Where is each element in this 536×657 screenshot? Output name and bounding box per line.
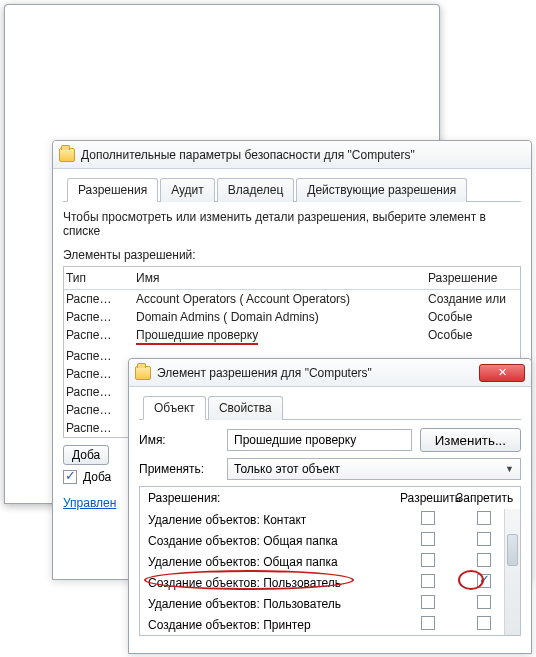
manage-link[interactable]: Управлен [63,496,116,510]
perm-name: Создание объектов: Пользователь [148,576,400,590]
perm-line: Удаление объектов: Общая папка [146,551,514,572]
deny-checkbox[interactable] [477,511,491,525]
apply-select[interactable]: Только этот объект ▼ [227,458,521,480]
perm-line: Создание объектов: Общая папка [146,530,514,551]
titlebar: Элемент разрешения для "Computers" ✕ [129,359,531,387]
inherit-checkbox[interactable] [63,470,77,484]
perm-name: Удаление объектов: Контакт [148,513,400,527]
allow-checkbox[interactable] [421,553,435,567]
perm-lines-container: Удаление объектов: КонтактСоздание объек… [146,509,514,635]
perm-line: Создание объектов: Пользователь [146,572,514,593]
perm-line: Удаление объектов: Пользователь [146,593,514,614]
deny-checkbox[interactable] [477,616,491,630]
inherit-label: Доба [83,470,111,484]
change-button[interactable]: Изменить... [420,428,521,452]
allow-checkbox[interactable] [421,616,435,630]
col-perm[interactable]: Разрешение [428,271,518,285]
apply-label: Применять: [139,462,219,476]
perm-header: Тип Имя Разрешение [64,267,520,290]
allow-checkbox[interactable] [421,574,435,588]
tab-effective[interactable]: Действующие разрешения [296,178,467,202]
allow-checkbox[interactable] [421,511,435,525]
window-title: Элемент разрешения для "Computers" [157,366,475,380]
folder-icon [135,366,151,380]
col-name[interactable]: Имя [136,271,428,285]
window-title: Дополнительные параметры безопасности дл… [81,148,525,162]
allow-col: Разрешить [400,491,456,505]
close-button[interactable]: ✕ [479,364,525,382]
tabstrip: Разрешения Аудит Владелец Действующие ра… [63,177,521,202]
name-label: Имя: [139,433,219,447]
tab-audit[interactable]: Аудит [160,178,215,202]
allow-checkbox[interactable] [421,595,435,609]
allow-checkbox[interactable] [421,532,435,546]
elements-label: Элементы разрешений: [63,248,521,262]
deny-checkbox[interactable] [477,574,491,588]
table-row[interactable]: Распе…Domain Admins ( Domain Admins)Особ… [64,308,520,326]
tab-properties[interactable]: Свойства [208,396,283,420]
col-type[interactable]: Тип [66,271,136,285]
deny-checkbox[interactable] [477,553,491,567]
perm-name: Удаление объектов: Общая папка [148,555,400,569]
tab-permissions[interactable]: Разрешения [67,178,158,202]
help-text: Чтобы просмотреть или изменить детали ра… [63,210,521,238]
name-field[interactable]: Прошедшие проверку [227,429,412,451]
perm-label: Разрешения: [148,491,400,505]
table-row[interactable]: Распе…Прошедшие проверкуОсобые [64,326,520,347]
perm-name: Создание объектов: Общая папка [148,534,400,548]
chevron-down-icon: ▼ [505,464,514,474]
tab-owner[interactable]: Владелец [217,178,295,202]
tabstrip: Объект Свойства [139,395,521,420]
add-button[interactable]: Доба [63,445,109,465]
deny-col: Запретить [456,491,512,505]
perm-line: Создание объектов: Принтер [146,614,514,635]
deny-checkbox[interactable] [477,595,491,609]
deny-checkbox[interactable] [477,532,491,546]
permission-entry-window: Элемент разрешения для "Computers" ✕ Объ… [128,358,532,654]
tab-object[interactable]: Объект [143,396,206,420]
perm-table-head: Разрешения: Разрешить Запретить [146,491,514,509]
scrollbar[interactable] [504,509,520,635]
titlebar: Дополнительные параметры безопасности дл… [53,141,531,169]
folder-icon [59,148,75,162]
table-row[interactable]: Распе…Account Operators ( Account Operat… [64,290,520,308]
perm-name: Удаление объектов: Пользователь [148,597,400,611]
perm-line: Удаление объектов: Контакт [146,509,514,530]
perm-name: Создание объектов: Принтер [148,618,400,632]
